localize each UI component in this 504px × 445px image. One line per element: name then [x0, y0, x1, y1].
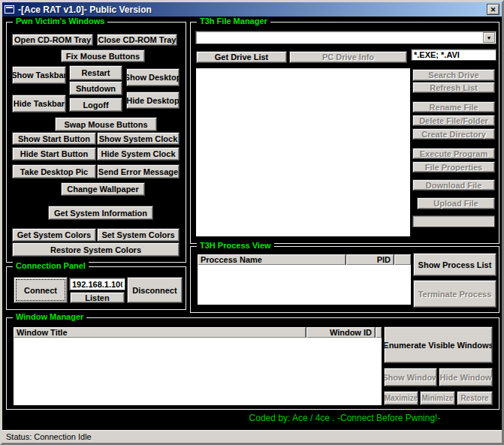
header-filler — [394, 254, 411, 265]
connect-button[interactable]: Connect — [14, 277, 68, 303]
restart-button[interactable]: Restart — [69, 65, 122, 80]
enumerate-visible-windows-button[interactable]: Enumerate Visible Windows — [384, 326, 493, 363]
disconnect-button[interactable]: Disconnect — [127, 277, 183, 303]
open-cdrom-button[interactable]: Open CD-ROM Tray — [12, 34, 93, 46]
hide-system-clock-button[interactable]: Hide System Clock — [97, 147, 180, 161]
header-filler — [376, 327, 382, 338]
hide-start-button[interactable]: Hide Start Button — [12, 147, 96, 161]
terminate-process-button[interactable]: Terminate Process — [413, 280, 496, 308]
hide-window-button[interactable]: Hide Window — [439, 368, 493, 386]
file-filter-input[interactable] — [411, 49, 496, 61]
show-start-button[interactable]: Show Start Button — [12, 132, 96, 145]
swap-mouse-buttons-button[interactable]: Swap Mouse Buttons — [55, 117, 157, 131]
get-system-colors-button[interactable]: Get System Colors — [12, 228, 96, 242]
window-list-header: Window Title Window ID — [14, 327, 382, 338]
status-text: Status: Connection Idle — [6, 432, 92, 441]
file-properties-button[interactable]: File Properties — [412, 161, 495, 173]
pid-column-header[interactable]: PID — [346, 254, 394, 265]
file-listbox[interactable] — [195, 68, 411, 237]
send-error-message-button[interactable]: Send Error Message — [97, 164, 180, 179]
change-wallpaper-button[interactable]: Change Wallpaper — [61, 182, 145, 196]
get-drive-list-button[interactable]: Get Drive List — [196, 51, 287, 63]
hide-desktop-button[interactable]: Hide Desktop — [126, 92, 180, 109]
restore-window-button[interactable]: Restore — [457, 391, 493, 405]
status-bar: Status: Connection Idle — [2, 430, 502, 443]
window-title-column-header[interactable]: Window Title — [14, 327, 306, 338]
set-system-colors-button[interactable]: Set System Colors — [97, 228, 180, 242]
process-name-column-header[interactable]: Proccess Name — [198, 254, 346, 265]
close-button[interactable]: ✕ — [487, 4, 499, 15]
file-manager-panel-label: T3h File Manager — [197, 17, 270, 26]
logoff-button[interactable]: Logoff — [69, 98, 122, 112]
process-view-panel: T3H Process View Proccess Name PID Show … — [190, 246, 499, 313]
rename-file-button[interactable]: Rename File — [412, 101, 495, 113]
close-cdrom-button[interactable]: Close CD-ROM Tray — [97, 34, 177, 46]
window-listview[interactable]: Window Title Window ID — [13, 326, 382, 406]
connection-panel-label: Connection Panel — [13, 261, 89, 271]
show-desktop-button[interactable]: Show Desktop — [126, 68, 180, 86]
show-process-list-button[interactable]: Show Process List — [413, 253, 496, 276]
show-window-button[interactable]: Show Window — [384, 368, 437, 386]
search-drive-button[interactable]: Search Drive — [412, 69, 495, 81]
pwn-panel: Pwn Victim's Windows Open CD-ROM Tray Cl… — [6, 22, 186, 263]
shutdown-button[interactable]: Shutdown — [69, 81, 122, 95]
process-listview[interactable]: Proccess Name PID — [197, 254, 412, 305]
connection-panel: Connection Panel Connect Listen Disconne… — [6, 266, 186, 310]
take-desktop-pic-button[interactable]: Take Desktop Pic — [12, 164, 96, 179]
transfer-status-box — [412, 215, 495, 227]
window-manager-panel: Window Manager Window Title Window ID En… — [6, 317, 499, 410]
app-icon — [5, 5, 14, 14]
get-system-information-button[interactable]: Get System Information — [48, 206, 153, 220]
titlebar[interactable]: -[Ace RAT v1.0]- Public Version ✕ — [2, 2, 502, 17]
drive-combobox[interactable]: ▼ — [195, 31, 496, 44]
show-system-clock-button[interactable]: Show System Clock — [97, 132, 180, 145]
process-list-header: Proccess Name PID — [198, 254, 411, 265]
minimize-window-button[interactable]: Minimize — [420, 391, 455, 405]
execute-program-button[interactable]: Execute Program — [412, 148, 495, 159]
download-file-button[interactable]: Download File — [412, 179, 495, 191]
file-manager-panel: T3h File Manager ▼ Get Drive List PC Dri… — [190, 22, 499, 244]
close-icon: ✕ — [490, 6, 496, 14]
window-manager-panel-label: Window Manager — [13, 312, 86, 322]
pwn-panel-label: Pwn Victim's Windows — [13, 17, 107, 26]
upload-file-button[interactable]: Upload File — [417, 197, 495, 209]
hide-taskbar-button[interactable]: Hide Taskbar — [12, 95, 66, 113]
pc-drive-info-button[interactable]: PC Drive Info — [289, 51, 407, 63]
restore-system-colors-button[interactable]: Restore System Colors — [12, 242, 180, 257]
window-id-column-header[interactable]: Window ID — [306, 327, 376, 338]
credit-text: Coded by: Ace / 4ce . -Connect Before Pw… — [190, 413, 499, 423]
chevron-down-icon: ▼ — [487, 35, 492, 41]
refresh-list-button[interactable]: Refresh List — [412, 82, 495, 93]
app-window: -[Ace RAT v1.0]- Public Version ✕ Pwn Vi… — [0, 0, 504, 445]
show-taskbar-button[interactable]: Show Taskbar — [12, 66, 66, 84]
delete-file-folder-button[interactable]: Delete File/Folder — [412, 115, 495, 126]
create-directory-button[interactable]: Create Directory — [412, 128, 495, 140]
maximize-window-button[interactable]: Maximize — [384, 391, 418, 405]
ip-address-input[interactable] — [69, 278, 125, 290]
fix-mouse-buttons-button[interactable]: Fix Mouse Buttons — [61, 50, 145, 62]
listen-button[interactable]: Listen — [70, 292, 125, 303]
process-view-panel-label: T3H Process View — [197, 241, 274, 251]
combobox-dropdown-button[interactable]: ▼ — [483, 32, 495, 43]
window-title: -[Ace RAT v1.0]- Public Version — [18, 5, 152, 15]
